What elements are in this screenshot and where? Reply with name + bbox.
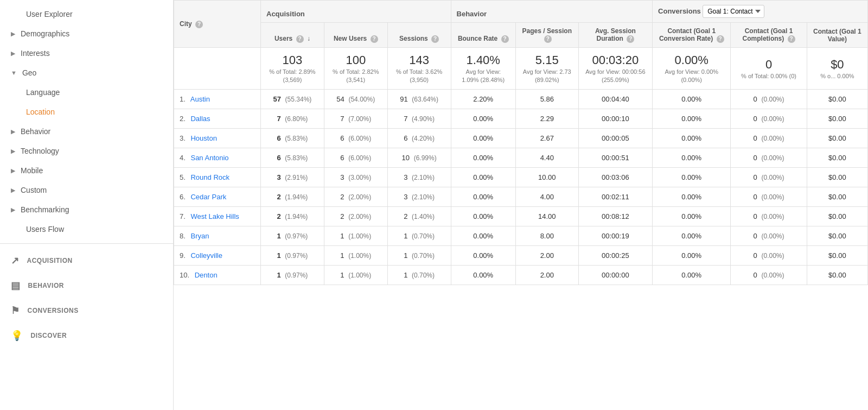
city-column-header: City ?: [174, 1, 261, 48]
sidebar-section-acquisition[interactable]: ↗ ACQUISITION: [0, 248, 173, 273]
summary-pages: 5.15 Avg for View: 2.73 (89.02%): [515, 48, 578, 90]
users-header[interactable]: Users ? ↓: [261, 23, 324, 48]
pages-value: 2.67: [540, 134, 554, 142]
sidebar-item-behavior[interactable]: ▶ Behavior: [0, 122, 173, 141]
sessions-pct: (2.10%): [412, 193, 435, 201]
sessions-pct: (2.10%): [412, 174, 435, 181]
sidebar-item-benchmarking[interactable]: ▶ Benchmarking: [0, 200, 173, 219]
completions-value: 0: [754, 193, 757, 201]
bounce-help-icon[interactable]: ?: [501, 35, 509, 43]
chevron-right-icon: ▶: [11, 128, 15, 135]
acquisition-icon: ↗: [11, 255, 20, 267]
completions-cell: 0 (0.00%): [731, 168, 807, 187]
users-pct: (6.80%): [285, 115, 308, 123]
completions-pct: (0.00%): [761, 272, 784, 279]
sidebar-item-label: Behavior: [21, 127, 50, 136]
avg-session-cell: 00:00:25: [578, 246, 652, 266]
pages-cell: 2.67: [515, 129, 578, 148]
table-row: 8. Bryan 1 (0.97%) 1 (1.00%) 1 (0.70%) 0…: [174, 226, 868, 246]
completions-help-icon[interactable]: ?: [788, 35, 795, 43]
city-cell: 8. Bryan: [174, 226, 261, 246]
sessions-cell: 2 (1.40%): [387, 207, 451, 226]
sessions-cell: 10 (6.99%): [387, 148, 451, 168]
sidebar-item-user-explorer[interactable]: User Explorer: [0, 4, 173, 24]
sidebar-item-label: Mobile: [21, 166, 43, 175]
sidebar-section-conversions[interactable]: ⚑ CONVERSIONS: [0, 298, 173, 323]
pages-help-icon[interactable]: ?: [544, 35, 552, 43]
rank-number: 6.: [180, 193, 186, 201]
sidebar-item-geo[interactable]: ▼ Geo: [0, 63, 173, 83]
completions-header[interactable]: Contact (Goal 1 Completions) ?: [731, 23, 807, 48]
sessions-help-icon[interactable]: ?: [431, 35, 439, 43]
completions-value: 0: [754, 154, 757, 162]
city-help-icon[interactable]: ?: [195, 21, 203, 28]
new-users-value: 1: [340, 251, 344, 260]
pages-value: 4.40: [540, 154, 554, 162]
city-link[interactable]: San Antonio: [190, 154, 228, 162]
users-value: 1: [277, 232, 280, 240]
completions-value: 0: [754, 173, 757, 181]
conv-rate-help-icon[interactable]: ?: [717, 35, 724, 43]
sessions-value: 1: [404, 251, 407, 260]
sidebar-section-discover[interactable]: 💡 DISCOVER: [0, 323, 173, 348]
users-value: 57: [273, 95, 281, 103]
new-users-value: 6: [340, 134, 344, 142]
city-link[interactable]: Colleyville: [190, 251, 222, 260]
sidebar-item-custom[interactable]: ▶ Custom: [0, 180, 173, 200]
main-content: City ? Acquisition Behavior Conversions …: [174, 0, 868, 410]
sidebar-item-interests[interactable]: ▶ Interests: [0, 43, 173, 63]
rank-number: 1.: [180, 95, 186, 103]
sessions-cell: 1 (0.70%): [387, 226, 451, 246]
users-help-icon[interactable]: ?: [296, 35, 304, 43]
city-link[interactable]: Denton: [195, 271, 218, 279]
sidebar-item-mobile[interactable]: ▶ Mobile: [0, 161, 173, 180]
table-row: 9. Colleyville 1 (0.97%) 1 (1.00%) 1 (0.…: [174, 246, 868, 266]
value-header[interactable]: Contact (Goal 1 Value): [807, 23, 867, 48]
city-link[interactable]: West Lake Hills: [190, 212, 239, 220]
new-users-header[interactable]: New Users ?: [324, 23, 387, 48]
completions-value: 0: [754, 232, 757, 240]
city-link[interactable]: Houston: [190, 134, 216, 142]
city-link[interactable]: Bryan: [190, 232, 209, 240]
new-users-cell: 7 (7.00%): [324, 109, 387, 129]
sidebar-item-technology[interactable]: ▶ Technology: [0, 141, 173, 161]
table-row: 5. Round Rock 3 (2.91%) 3 (3.00%) 3 (2.1…: [174, 168, 868, 187]
sidebar-item-location[interactable]: Location: [0, 102, 173, 122]
sessions-value: 3: [404, 193, 407, 201]
sessions-header[interactable]: Sessions ?: [387, 23, 451, 48]
bounce-rate-cell: 0.00%: [451, 226, 515, 246]
avg-session-value: 00:02:11: [602, 193, 629, 201]
summary-row: 103 % of Total: 2.89% (3,569) 100 % of T…: [174, 48, 868, 90]
conv-rate-cell: 0.00%: [653, 90, 731, 109]
city-cell: 4. San Antonio: [174, 148, 261, 168]
pages-session-header[interactable]: Pages / Session ?: [515, 23, 578, 48]
completions-value: 0: [754, 134, 757, 142]
sidebar-section-behavior[interactable]: ▤ BEHAVIOR: [0, 273, 173, 298]
city-link[interactable]: Dallas: [190, 115, 210, 123]
avg-session-cell: 00:00:10: [578, 109, 652, 129]
city-link[interactable]: Round Rock: [190, 173, 229, 181]
section-label: ACQUISITION: [27, 257, 73, 264]
avg-session-header[interactable]: Avg. Session Duration ?: [578, 23, 652, 48]
new-users-pct: (2.00%): [348, 213, 371, 220]
discover-icon: 💡: [11, 330, 23, 342]
new-users-pct: (6.00%): [348, 135, 371, 142]
conv-rate-header[interactable]: Contact (Goal 1 Conversion Rate) ?: [653, 23, 731, 48]
goal-select[interactable]: Goal 1: Contact: [703, 5, 764, 18]
avg-session-value: 00:00:25: [602, 251, 629, 260]
new-users-value: 54: [336, 95, 344, 103]
sidebar-item-language[interactable]: Language: [0, 83, 173, 102]
new-users-help-icon[interactable]: ?: [371, 35, 378, 43]
chevron-right-icon: ▶: [11, 167, 15, 174]
new-users-cell: 2 (2.00%): [324, 187, 387, 207]
bounce-rate-value: 0.00%: [473, 134, 493, 142]
divider: [0, 243, 173, 244]
city-link[interactable]: Cedar Park: [190, 193, 226, 201]
sidebar-item-users-flow[interactable]: Users Flow: [0, 219, 173, 239]
avg-session-cell: 00:00:00: [578, 266, 652, 285]
avg-session-help-icon[interactable]: ?: [627, 35, 634, 43]
sidebar-item-demographics[interactable]: ▶ Demographics: [0, 24, 173, 43]
bounce-rate-header[interactable]: Bounce Rate ?: [451, 23, 515, 48]
sort-icon[interactable]: ↓: [307, 35, 310, 42]
city-link[interactable]: Austin: [190, 95, 210, 103]
